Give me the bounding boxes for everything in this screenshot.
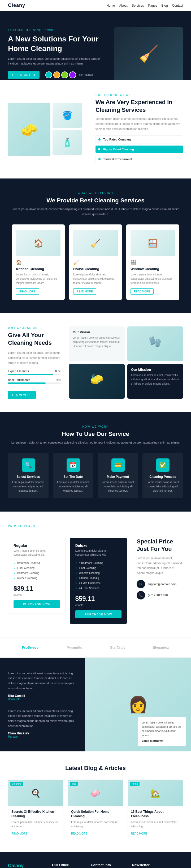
vision-title: Our Vision — [73, 330, 121, 334]
footer-logo-text: Cleany — [8, 863, 24, 868]
plan-period-regular: /month — [13, 594, 22, 596]
hero-left: Established Since 1990 A New Solutions F… — [8, 29, 104, 79]
vision-image: 🧤 — [127, 327, 183, 361]
avatar-1 — [45, 71, 52, 79]
footer-brand-col: Cleany Lorem ipsum dolor sit amet consec… — [8, 863, 44, 868]
step-text-cleaning: Lorem ipsum dolor sit amet consectetur a… — [146, 480, 179, 493]
vision-emoji: 🧤 — [131, 330, 179, 353]
read-more-house[interactable]: Read More — [73, 288, 96, 294]
step-icon-cleaning: ✅ — [156, 459, 169, 472]
pricing-cards: Regular Lorem ipsum dolor sit amet conse… — [8, 538, 183, 624]
service-text-kitchen: Lorem ipsum dolor sit amet, consectetur … — [16, 273, 61, 285]
feature-guarantee: 4 Extra Guarantee — [75, 581, 122, 586]
purchase-deluxe-button[interactable]: Purchase Now — [75, 610, 122, 618]
step-name-cleaning: Cleaning Process — [146, 475, 179, 478]
read-more-kitchen[interactable]: Read More — [16, 288, 39, 294]
feature-label-2: Highly Rated Cleaning — [103, 148, 134, 151]
blog-read-more-1[interactable]: Read More — [11, 832, 28, 835]
nav-home[interactable]: Home — [106, 4, 115, 7]
needs-description: Lorem ipsum dolor sit amet, consectetur … — [8, 350, 61, 365]
footer-office-title: Our Office — [52, 863, 83, 867]
intro-side-images: 🪣 🧴 — [52, 103, 82, 156]
read-more-window[interactable]: Read More — [130, 288, 154, 294]
service-image-kitchen: 🏠 — [16, 230, 61, 256]
pricing-email-icon: ✉ — [137, 580, 145, 588]
plan-features-regular: Bathroom Cleaning Floor Cleaning Bedroom… — [13, 560, 60, 581]
testi-quote-2: Lorem ipsum dolor sit amet consectetur a… — [8, 709, 77, 728]
step-name-date: Set The Date — [56, 475, 90, 478]
nav-contact[interactable]: Contact — [172, 4, 183, 7]
pricing-phone: (+01) 5812 698 — [148, 594, 168, 597]
plan-name-deluxe: Deluxe — [75, 544, 122, 548]
blog-content-1: Secrets Of Effective Kitchen Cleaning Lo… — [8, 806, 63, 839]
overlay-text: Lorem ipsum dolor sit amet, consectetur … — [142, 721, 182, 738]
blog-image-3: 🏡 Home — [128, 780, 183, 806]
footer-logo: Cleany — [8, 863, 44, 868]
pricing-email-item: ✉ support@domain.com — [137, 580, 183, 588]
purchase-regular-button[interactable]: Purchase Now — [13, 600, 60, 608]
progress-equipment-bar — [8, 382, 61, 384]
brand-pyramids: Pyramids — [67, 645, 82, 649]
feature-4bedroom: 4 Bedroom Cleaning — [75, 560, 122, 565]
needs-section: Why Choose Us Give All Your Cleaning Nee… — [0, 313, 191, 412]
service-card-kitchen: 🏠 🏠 Kitchen Cleaning Lorem ipsum dolor s… — [12, 224, 65, 300]
blog-tag-2: Tips — [70, 782, 78, 786]
service-name-kitchen: Kitchen Cleaning — [16, 267, 61, 271]
avatar-2 — [53, 71, 60, 79]
step-payment: 💳 Make Payment Lorem ipsum dolor sit ame… — [98, 453, 138, 498]
nav-blog[interactable]: Blog — [161, 4, 168, 7]
nav-links: Home About Services Pages Blog Contact — [106, 4, 183, 7]
brands-section: ProSweep Pyramids StarCraft Elegantex — [0, 637, 191, 658]
special-title: Special Price Just For You — [137, 538, 183, 553]
service-name-window: Window Cleaning — [130, 267, 175, 271]
feature-window-d: Window Cleaning — [75, 570, 122, 576]
hero-reviews: 80+ Reviews — [79, 73, 93, 76]
intro-main-image: 🧽 — [8, 103, 50, 156]
mission-text: Lorem ipsum dolor sit amet, consectetur … — [131, 373, 179, 386]
brand-starcraft: StarCraft — [110, 645, 125, 649]
hero-image-wrap: 🧹 — [109, 27, 183, 80]
blog-read-more-2[interactable]: Read More — [71, 832, 87, 835]
special-description: Lorem ipsum dolor sit amet, consectetur … — [137, 556, 183, 576]
learn-more-button[interactable]: Learn More — [8, 391, 36, 399]
avatar-3 — [61, 71, 68, 79]
hero-description: Lorem ipsum dolor sit amet, consectetur … — [8, 57, 104, 66]
hero-established: Established Since 1990 — [8, 29, 104, 32]
nav-pages[interactable]: Pages — [148, 4, 157, 7]
get-started-button[interactable]: Get Started — [8, 71, 40, 79]
pricing-email: support@domain.com — [148, 583, 177, 586]
feature-kitchen: Kitchen Cleaning — [13, 576, 60, 581]
blog-image-1: 🍳 Cleaning — [8, 780, 63, 806]
blog-tag-3: Home — [130, 782, 140, 786]
nav-logo: Cleany — [8, 3, 25, 8]
testimonial-1: Lorem ipsum dolor sit amet consectetur a… — [8, 671, 77, 701]
blog-read-more-3[interactable]: Read More — [131, 832, 147, 835]
how-description: Lorem ipsum dolor sit amet, consectetur … — [8, 440, 183, 445]
footer: Cleany Lorem ipsum dolor sit amet consec… — [0, 852, 191, 868]
nav-about[interactable]: About — [119, 4, 127, 7]
testi-name-2: Clara Buckley — [8, 732, 77, 735]
service-icon-kitchen: 🏠 — [16, 259, 61, 265]
plan-period-deluxe: /month — [75, 604, 83, 607]
service-image-window: 🪟 — [130, 230, 175, 256]
how-sub: How We Work — [8, 425, 183, 428]
testimonial-2: Lorem ipsum dolor sit amet consectetur a… — [8, 709, 77, 738]
mission-emoji: 🧽 — [73, 368, 121, 391]
brand-prosweep: ProSweep — [22, 645, 39, 649]
pricing-sub: Pricing Plans — [8, 525, 183, 528]
step-icon-date: 📅 — [67, 459, 80, 472]
step-cleaning: ✅ Cleaning Process Lorem ipsum dolor sit… — [143, 453, 183, 498]
brand-elegantex: Elegantex — [153, 645, 169, 649]
service-text-window: Lorem ipsum dolor sit amet, consectetur … — [130, 273, 175, 285]
testimonials-images: 👩 Lorem ipsum dolor sit amet, consectetu… — [85, 658, 191, 752]
nav-services[interactable]: Services — [132, 4, 144, 7]
footer-contact-col: Contact Info 📞 (+001) 5812 1414 ✉ suppor… — [91, 863, 124, 868]
pricing-phone-item: 📞 (+01) 5812 698 — [137, 591, 183, 599]
services-grid: 🏠 🏠 Kitchen Cleaning Lorem ipsum dolor s… — [8, 224, 183, 300]
blog-card-2: 🧼 Tips Quick Solution For Home Cleaning … — [68, 780, 123, 839]
plan-features-deluxe: 4 Bedroom Cleaning Floor Cleaning Window… — [75, 560, 122, 591]
progress-expert-value: 85% — [55, 369, 61, 373]
step-icon-select: 🔍 — [22, 459, 35, 472]
overlay-name: Vania Matthews — [142, 739, 182, 742]
services-section: What We Offering We Provide Best Cleanin… — [0, 179, 191, 313]
